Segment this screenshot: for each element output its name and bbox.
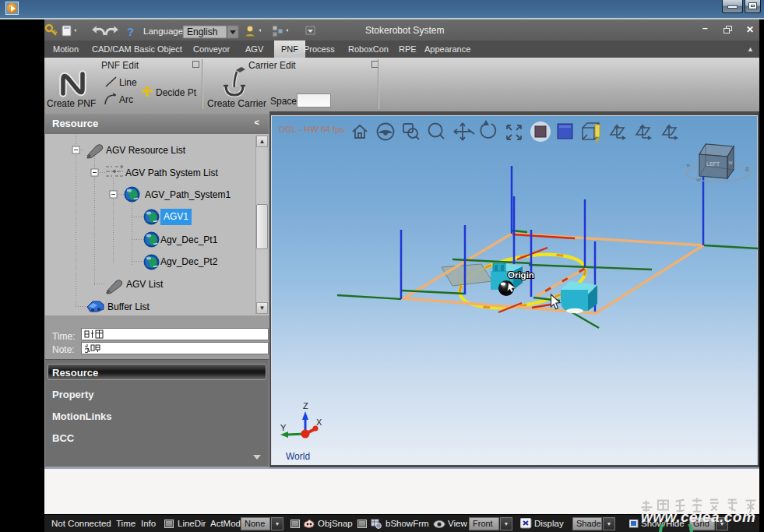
svg-text:OGL - HW 64 fps: OGL - HW 64 fps	[279, 125, 344, 134]
svg-text:World: World	[286, 451, 310, 462]
svg-text:?: ?	[127, 25, 134, 38]
svg-text:English: English	[187, 26, 217, 37]
svg-text:Y: Y	[280, 423, 287, 432]
svg-text:W: W	[729, 160, 734, 165]
svg-text:Language: Language	[143, 26, 183, 36]
svg-text:Origin: Origin	[508, 270, 534, 280]
svg-text:X: X	[316, 417, 322, 427]
svg-text:W: W	[696, 177, 702, 182]
svg-text:LEFT: LEFT	[706, 161, 720, 167]
svg-text:N: N	[685, 163, 690, 168]
svg-text:Z: Z	[303, 401, 308, 410]
